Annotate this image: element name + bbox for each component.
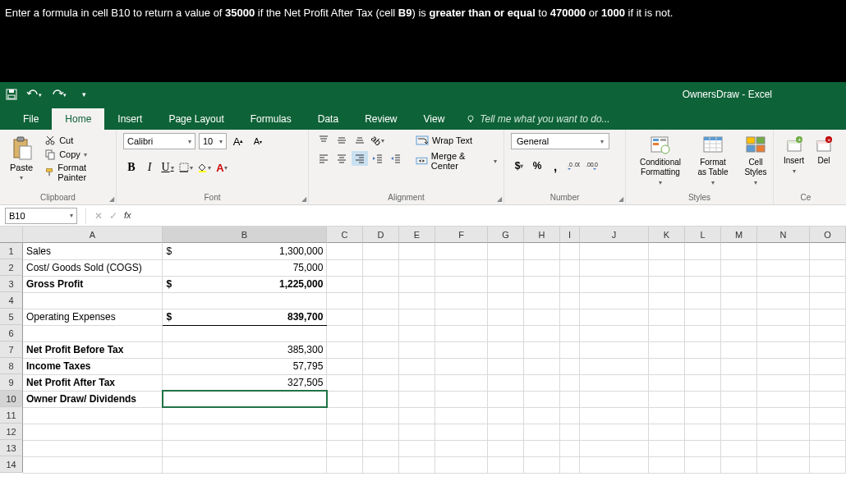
cell-K4[interactable] xyxy=(649,292,685,309)
cell-D14[interactable] xyxy=(363,456,399,473)
cell-B9[interactable]: 327,505 xyxy=(163,374,327,391)
cell-N3[interactable] xyxy=(757,276,810,292)
cell-F13[interactable] xyxy=(435,440,488,456)
cell-C9[interactable] xyxy=(327,374,363,391)
cell-J13[interactable] xyxy=(580,440,649,456)
cell-G13[interactable] xyxy=(488,440,524,456)
cell-H4[interactable] xyxy=(524,292,560,309)
row-header-2[interactable]: 2 xyxy=(0,259,23,276)
cell-K14[interactable] xyxy=(649,456,685,473)
redo-icon[interactable]: ▾ xyxy=(51,89,67,100)
cell-O14[interactable] xyxy=(809,456,845,473)
cell-I1[interactable] xyxy=(560,243,580,259)
cell-K11[interactable] xyxy=(649,407,685,424)
column-header-C[interactable]: C xyxy=(327,227,363,243)
row-header-1[interactable]: 1 xyxy=(0,243,23,259)
cell-J2[interactable] xyxy=(580,259,649,276)
cell-E4[interactable] xyxy=(399,292,435,309)
cell-K9[interactable] xyxy=(649,374,685,391)
cell-O1[interactable] xyxy=(809,243,845,259)
cell-E11[interactable] xyxy=(399,407,435,424)
name-box[interactable]: B10▾ xyxy=(5,208,77,224)
cell-O3[interactable] xyxy=(809,276,845,292)
cell-J7[interactable] xyxy=(580,341,649,358)
cell-I4[interactable] xyxy=(560,292,580,309)
row-header-8[interactable]: 8 xyxy=(0,358,23,374)
cell-O6[interactable] xyxy=(809,325,845,341)
border-button[interactable]: ▾ xyxy=(177,159,194,176)
row-header-4[interactable]: 4 xyxy=(0,292,23,309)
increase-indent-button[interactable] xyxy=(388,151,404,166)
cell-K12[interactable] xyxy=(649,424,685,440)
cell-N12[interactable] xyxy=(757,424,810,440)
cell-H9[interactable] xyxy=(524,374,560,391)
cell-N11[interactable] xyxy=(757,407,810,424)
cell-A12[interactable] xyxy=(23,424,163,440)
cell-I2[interactable] xyxy=(560,259,580,276)
cell-B2[interactable]: 75,000 xyxy=(163,259,327,276)
cell-E10[interactable] xyxy=(399,391,435,407)
cell-M10[interactable] xyxy=(721,391,757,407)
cell-G10[interactable] xyxy=(488,391,524,407)
cell-N4[interactable] xyxy=(757,292,810,309)
cell-K13[interactable] xyxy=(649,440,685,456)
grid-body[interactable]: Sales1,300,000Cost/ Goods Sold (COGS)75,… xyxy=(23,243,846,474)
cell-C6[interactable] xyxy=(327,325,363,341)
cell-L3[interactable] xyxy=(685,276,721,292)
cell-K8[interactable] xyxy=(649,358,685,374)
tab-formulas[interactable]: Formulas xyxy=(237,108,305,130)
cell-D11[interactable] xyxy=(363,407,399,424)
cell-F1[interactable] xyxy=(435,243,488,259)
column-header-M[interactable]: M xyxy=(721,227,757,243)
number-launcher-icon[interactable]: ◢ xyxy=(618,195,623,203)
comma-format-button[interactable]: , xyxy=(547,158,563,174)
cell-A7[interactable]: Net Profit Before Tax xyxy=(23,341,163,358)
cell-M8[interactable] xyxy=(721,358,757,374)
cell-D9[interactable] xyxy=(363,374,399,391)
cell-K2[interactable] xyxy=(649,259,685,276)
cell-L12[interactable] xyxy=(685,424,721,440)
cell-G14[interactable] xyxy=(488,456,524,473)
cell-E3[interactable] xyxy=(399,276,435,292)
cell-L9[interactable] xyxy=(685,374,721,391)
cell-B11[interactable] xyxy=(163,407,327,424)
column-header-G[interactable]: G xyxy=(488,227,524,243)
cell-C11[interactable] xyxy=(327,407,363,424)
cell-C10[interactable] xyxy=(327,391,363,407)
cell-B3[interactable]: 1,225,000 xyxy=(163,276,327,292)
column-header-J[interactable]: J xyxy=(580,227,649,243)
row-header-5[interactable]: 5 xyxy=(0,309,23,325)
cell-D12[interactable] xyxy=(363,424,399,440)
cell-E1[interactable] xyxy=(399,243,435,259)
cell-N6[interactable] xyxy=(757,325,810,341)
cell-I12[interactable] xyxy=(560,424,580,440)
row-header-6[interactable]: 6 xyxy=(0,325,23,341)
cell-D1[interactable] xyxy=(363,243,399,259)
cell-L5[interactable] xyxy=(685,309,721,325)
cell-F12[interactable] xyxy=(435,424,488,440)
cell-J5[interactable] xyxy=(580,309,649,325)
cell-J11[interactable] xyxy=(580,407,649,424)
fx-icon[interactable]: fx xyxy=(124,210,131,222)
insert-cells-button[interactable]: + Insert▾ xyxy=(780,133,807,177)
cell-E12[interactable] xyxy=(399,424,435,440)
cell-O5[interactable] xyxy=(809,309,845,325)
enter-formula-icon[interactable]: ✓ xyxy=(109,210,117,222)
cell-C13[interactable] xyxy=(327,440,363,456)
cell-I7[interactable] xyxy=(560,341,580,358)
cell-B10[interactable] xyxy=(163,391,327,407)
cell-F4[interactable] xyxy=(435,292,488,309)
cell-A3[interactable]: Gross Profit xyxy=(23,276,163,292)
cell-B7[interactable]: 385,300 xyxy=(163,341,327,358)
cell-B5[interactable]: 839,700 xyxy=(163,309,327,325)
cell-O9[interactable] xyxy=(809,374,845,391)
clipboard-launcher-icon[interactable]: ◢ xyxy=(109,195,114,203)
cell-E13[interactable] xyxy=(399,440,435,456)
cell-A13[interactable] xyxy=(23,440,163,456)
cell-A1[interactable]: Sales xyxy=(23,243,163,259)
row-header-10[interactable]: 10 xyxy=(0,391,23,407)
cell-H14[interactable] xyxy=(524,456,560,473)
cell-M12[interactable] xyxy=(721,424,757,440)
column-header-L[interactable]: L xyxy=(685,227,721,243)
cell-K1[interactable] xyxy=(649,243,685,259)
